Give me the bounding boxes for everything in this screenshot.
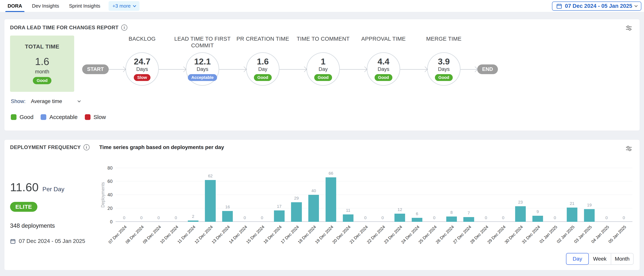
tab-sprint-insights[interactable]: Sprint Insights	[68, 0, 101, 12]
bar-column: 17	[270, 168, 288, 222]
stage-label: TIME TO COMMENT	[294, 36, 352, 52]
x-axis-label: 04 Jan 2025	[590, 224, 610, 244]
bar-value-label: 40	[311, 188, 316, 193]
info-icon[interactable]: i	[121, 25, 127, 31]
more-tabs-button[interactable]: +3 more	[108, 1, 139, 11]
stage-circle: 4.4DaysGood	[367, 52, 400, 86]
stage-status-badge: Slow	[134, 74, 150, 81]
bar-value-label: 21	[570, 201, 574, 206]
bar-value-label: 19	[587, 203, 592, 208]
bar-value-label: 0	[606, 215, 608, 220]
deployment-bar[interactable]	[532, 216, 543, 222]
deployment-bar[interactable]	[394, 214, 405, 222]
deployment-rate-value: 11.60	[10, 180, 39, 194]
bar-value-label: 8	[450, 210, 452, 215]
legend-item-acceptable: Acceptable	[40, 114, 78, 120]
bar-column: 11	[340, 168, 357, 222]
stage-node: PR CREATION TIME1.6DayGood	[246, 36, 280, 86]
x-axis-labels: 07 Dec 202408 Dec 202409 Dec 202410 Dec …	[116, 222, 632, 250]
deployment-bar[interactable]	[463, 217, 474, 222]
deployment-date-range-label: 07 Dec 2024 - 05 Jan 2025	[19, 238, 85, 244]
stage-circle: 1.6DayGood	[246, 52, 280, 86]
bar-column: 2	[184, 168, 202, 222]
elite-tier-badge: ELITE	[10, 202, 38, 212]
stage-label: PR CREATION TIME	[234, 36, 292, 52]
x-axis-label: 07 Dec 2024	[108, 224, 128, 245]
deployment-bar[interactable]	[326, 177, 336, 222]
x-axis-label: 25 Dec 2024	[418, 224, 438, 245]
x-axis-label: 17 Dec 2024	[280, 224, 300, 245]
x-axis-label: 12 Dec 2024	[194, 224, 214, 245]
tab-dora[interactable]: DORA	[7, 0, 23, 12]
bar-column: 0	[116, 168, 133, 222]
stage-circle: 12.1DaysAcceptable	[186, 52, 219, 86]
stage-status-badge: Good	[435, 74, 452, 81]
total-time-value: 1.6	[35, 56, 49, 67]
stage-value: 4.4	[378, 57, 390, 66]
stage-node: APPROVAL TIME4.4DaysGood	[367, 36, 400, 86]
deployment-bar[interactable]	[205, 180, 216, 222]
deployment-bar[interactable]	[343, 214, 354, 222]
deployment-bar[interactable]	[291, 202, 302, 222]
bar-column: 0	[615, 168, 632, 222]
legend-label: Good	[20, 114, 34, 120]
flow-arrow	[400, 69, 427, 70]
x-axis-label: 23 Dec 2024	[383, 224, 404, 245]
flow-arrow	[219, 69, 246, 70]
bar-column: 19	[581, 168, 598, 222]
stage-status-badge: Good	[254, 74, 272, 81]
deployment-bar[interactable]	[222, 211, 233, 222]
x-axis-label: 08 Dec 2024	[125, 224, 145, 245]
bar-value-label: 66	[329, 171, 333, 176]
bar-value-label: 0	[502, 215, 504, 220]
granularity-month-button[interactable]: Month	[611, 253, 634, 265]
stage-unit: Day	[318, 66, 328, 72]
stage-label: BACKLOG	[113, 36, 172, 52]
bar-value-label: 7	[468, 211, 470, 216]
deployment-bar[interactable]	[308, 195, 319, 222]
x-axis-label: 11 Dec 2024	[177, 224, 196, 244]
deployment-bar[interactable]	[584, 209, 595, 222]
bar-column: 23	[512, 168, 529, 222]
bar-column: 12	[391, 168, 408, 222]
stage-unit: Days	[378, 66, 389, 72]
date-range-button[interactable]: 07 Dec 2024 - 05 Jan 2025	[552, 2, 641, 11]
deployment-bar[interactable]	[515, 206, 526, 222]
bar-value-label: 62	[208, 174, 212, 179]
y-axis-tick: 20	[108, 206, 112, 211]
x-axis-label: 13 Dec 2024	[211, 224, 231, 245]
bar-value-label: 0	[485, 215, 487, 220]
x-axis-label: 22 Dec 2024	[366, 224, 386, 245]
legend-label: Acceptable	[49, 114, 78, 120]
info-icon[interactable]: i	[84, 144, 90, 150]
filter-sliders-icon[interactable]	[624, 25, 633, 33]
legend-item-slow: Slow	[85, 114, 106, 120]
stage-node: TIME TO COMMENT1DayGood	[306, 36, 340, 86]
bar-value-label: 0	[140, 215, 142, 220]
more-tabs-label: +3 more	[112, 3, 130, 9]
stage-circle: 3.9DaysGood	[427, 52, 460, 86]
x-axis-label: 01 Jan 2025	[539, 224, 558, 244]
deployment-bar[interactable]	[412, 218, 422, 222]
bar-value-label: 0	[123, 215, 125, 220]
bar-value-label: 0	[622, 215, 625, 220]
deployment-bar[interactable]	[567, 208, 578, 222]
deployment-chart-panel: Time series graph based on deployments p…	[99, 144, 634, 265]
deployment-bar[interactable]	[446, 216, 457, 222]
x-axis-label: 05 Jan 2025	[608, 224, 627, 244]
granularity-day-button[interactable]: Day	[566, 253, 589, 265]
bar-value-label: 0	[175, 215, 177, 220]
granularity-week-button[interactable]: Week	[588, 253, 611, 265]
bar-column: 6	[408, 168, 426, 222]
show-dropdown[interactable]: Average time	[31, 98, 80, 104]
bar-column: 62	[202, 168, 219, 222]
deployment-frequency-title: DEPLOYMENT FREQUENCY	[10, 145, 81, 150]
date-range-label: 07 Dec 2024 - 05 Jan 2025	[565, 3, 632, 9]
x-axis-label: 16 Dec 2024	[262, 224, 283, 245]
deployment-bar[interactable]	[188, 220, 198, 222]
lead-time-card-title: DORA LEAD TIME FOR CHANGES REPORT	[10, 25, 118, 31]
tab-dev-insights[interactable]: Dev Insights	[31, 0, 60, 12]
y-axis-tick: 0	[110, 219, 112, 224]
deployment-bar[interactable]	[274, 210, 284, 222]
show-dropdown-value: Average time	[31, 98, 62, 104]
